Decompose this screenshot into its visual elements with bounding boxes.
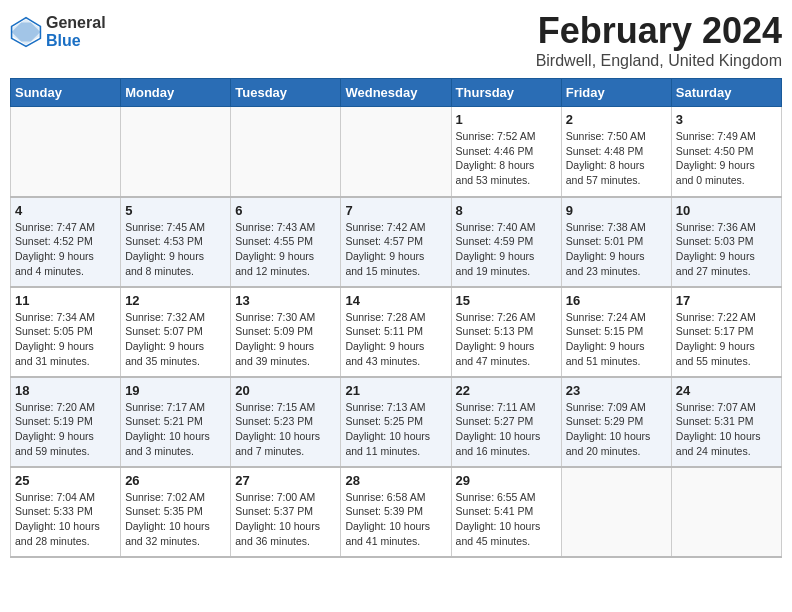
day-info: Sunrise: 7:24 AMSunset: 5:15 PMDaylight:…: [566, 310, 667, 369]
calendar-cell: 5Sunrise: 7:45 AMSunset: 4:53 PMDaylight…: [121, 197, 231, 287]
day-number: 4: [15, 203, 116, 218]
day-info: Sunrise: 6:58 AMSunset: 5:39 PMDaylight:…: [345, 490, 446, 549]
day-info: Sunrise: 7:00 AMSunset: 5:37 PMDaylight:…: [235, 490, 336, 549]
day-info: Sunrise: 7:26 AMSunset: 5:13 PMDaylight:…: [456, 310, 557, 369]
week-row-5: 25Sunrise: 7:04 AMSunset: 5:33 PMDayligh…: [11, 467, 782, 557]
header-day-friday: Friday: [561, 79, 671, 107]
day-number: 16: [566, 293, 667, 308]
calendar-cell: [11, 107, 121, 197]
day-number: 19: [125, 383, 226, 398]
day-info: Sunrise: 7:20 AMSunset: 5:19 PMDaylight:…: [15, 400, 116, 459]
calendar-cell: 22Sunrise: 7:11 AMSunset: 5:27 PMDayligh…: [451, 377, 561, 467]
calendar-body: 1Sunrise: 7:52 AMSunset: 4:46 PMDaylight…: [11, 107, 782, 557]
day-info: Sunrise: 7:07 AMSunset: 5:31 PMDaylight:…: [676, 400, 777, 459]
day-info: Sunrise: 7:50 AMSunset: 4:48 PMDaylight:…: [566, 129, 667, 188]
day-number: 21: [345, 383, 446, 398]
calendar-cell: 14Sunrise: 7:28 AMSunset: 5:11 PMDayligh…: [341, 287, 451, 377]
header-day-saturday: Saturday: [671, 79, 781, 107]
day-number: 1: [456, 112, 557, 127]
day-number: 11: [15, 293, 116, 308]
logo-text: General Blue: [46, 14, 106, 49]
calendar-cell: 21Sunrise: 7:13 AMSunset: 5:25 PMDayligh…: [341, 377, 451, 467]
calendar-cell: 12Sunrise: 7:32 AMSunset: 5:07 PMDayligh…: [121, 287, 231, 377]
week-row-2: 4Sunrise: 7:47 AMSunset: 4:52 PMDaylight…: [11, 197, 782, 287]
calendar-cell: 16Sunrise: 7:24 AMSunset: 5:15 PMDayligh…: [561, 287, 671, 377]
day-info: Sunrise: 7:13 AMSunset: 5:25 PMDaylight:…: [345, 400, 446, 459]
day-info: Sunrise: 7:52 AMSunset: 4:46 PMDaylight:…: [456, 129, 557, 188]
day-info: Sunrise: 7:38 AMSunset: 5:01 PMDaylight:…: [566, 220, 667, 279]
calendar-cell: [561, 467, 671, 557]
calendar-cell: 15Sunrise: 7:26 AMSunset: 5:13 PMDayligh…: [451, 287, 561, 377]
day-number: 7: [345, 203, 446, 218]
calendar-cell: [341, 107, 451, 197]
day-info: Sunrise: 7:30 AMSunset: 5:09 PMDaylight:…: [235, 310, 336, 369]
calendar-cell: 11Sunrise: 7:34 AMSunset: 5:05 PMDayligh…: [11, 287, 121, 377]
calendar-cell: 3Sunrise: 7:49 AMSunset: 4:50 PMDaylight…: [671, 107, 781, 197]
day-number: 8: [456, 203, 557, 218]
day-number: 17: [676, 293, 777, 308]
calendar-cell: 18Sunrise: 7:20 AMSunset: 5:19 PMDayligh…: [11, 377, 121, 467]
day-info: Sunrise: 7:47 AMSunset: 4:52 PMDaylight:…: [15, 220, 116, 279]
calendar-cell: 9Sunrise: 7:38 AMSunset: 5:01 PMDaylight…: [561, 197, 671, 287]
day-info: Sunrise: 7:32 AMSunset: 5:07 PMDaylight:…: [125, 310, 226, 369]
day-info: Sunrise: 7:15 AMSunset: 5:23 PMDaylight:…: [235, 400, 336, 459]
subtitle: Birdwell, England, United Kingdom: [536, 52, 782, 70]
day-info: Sunrise: 7:34 AMSunset: 5:05 PMDaylight:…: [15, 310, 116, 369]
day-number: 5: [125, 203, 226, 218]
day-number: 3: [676, 112, 777, 127]
day-info: Sunrise: 7:02 AMSunset: 5:35 PMDaylight:…: [125, 490, 226, 549]
calendar-cell: [121, 107, 231, 197]
day-number: 25: [15, 473, 116, 488]
calendar-cell: [671, 467, 781, 557]
week-row-3: 11Sunrise: 7:34 AMSunset: 5:05 PMDayligh…: [11, 287, 782, 377]
day-info: Sunrise: 7:11 AMSunset: 5:27 PMDaylight:…: [456, 400, 557, 459]
svg-marker-2: [12, 22, 41, 41]
header-row: SundayMondayTuesdayWednesdayThursdayFrid…: [11, 79, 782, 107]
calendar-cell: 29Sunrise: 6:55 AMSunset: 5:41 PMDayligh…: [451, 467, 561, 557]
calendar-cell: 28Sunrise: 6:58 AMSunset: 5:39 PMDayligh…: [341, 467, 451, 557]
header-day-thursday: Thursday: [451, 79, 561, 107]
calendar-cell: 8Sunrise: 7:40 AMSunset: 4:59 PMDaylight…: [451, 197, 561, 287]
day-info: Sunrise: 7:42 AMSunset: 4:57 PMDaylight:…: [345, 220, 446, 279]
logo-icon: [10, 16, 42, 48]
header-day-sunday: Sunday: [11, 79, 121, 107]
calendar-cell: 13Sunrise: 7:30 AMSunset: 5:09 PMDayligh…: [231, 287, 341, 377]
day-number: 28: [345, 473, 446, 488]
calendar-cell: 24Sunrise: 7:07 AMSunset: 5:31 PMDayligh…: [671, 377, 781, 467]
day-number: 18: [15, 383, 116, 398]
calendar-header: SundayMondayTuesdayWednesdayThursdayFrid…: [11, 79, 782, 107]
calendar-cell: 17Sunrise: 7:22 AMSunset: 5:17 PMDayligh…: [671, 287, 781, 377]
day-number: 13: [235, 293, 336, 308]
calendar-cell: 23Sunrise: 7:09 AMSunset: 5:29 PMDayligh…: [561, 377, 671, 467]
header: General Blue February 2024 Birdwell, Eng…: [10, 10, 782, 70]
header-day-wednesday: Wednesday: [341, 79, 451, 107]
calendar-cell: 2Sunrise: 7:50 AMSunset: 4:48 PMDaylight…: [561, 107, 671, 197]
day-info: Sunrise: 7:36 AMSunset: 5:03 PMDaylight:…: [676, 220, 777, 279]
calendar-cell: [231, 107, 341, 197]
logo: General Blue: [10, 10, 106, 49]
calendar-cell: 6Sunrise: 7:43 AMSunset: 4:55 PMDaylight…: [231, 197, 341, 287]
calendar-cell: 7Sunrise: 7:42 AMSunset: 4:57 PMDaylight…: [341, 197, 451, 287]
day-number: 22: [456, 383, 557, 398]
day-number: 24: [676, 383, 777, 398]
header-day-tuesday: Tuesday: [231, 79, 341, 107]
day-number: 6: [235, 203, 336, 218]
calendar-cell: 25Sunrise: 7:04 AMSunset: 5:33 PMDayligh…: [11, 467, 121, 557]
day-info: Sunrise: 7:43 AMSunset: 4:55 PMDaylight:…: [235, 220, 336, 279]
day-info: Sunrise: 7:04 AMSunset: 5:33 PMDaylight:…: [15, 490, 116, 549]
day-number: 26: [125, 473, 226, 488]
day-info: Sunrise: 7:28 AMSunset: 5:11 PMDaylight:…: [345, 310, 446, 369]
day-info: Sunrise: 6:55 AMSunset: 5:41 PMDaylight:…: [456, 490, 557, 549]
day-info: Sunrise: 7:09 AMSunset: 5:29 PMDaylight:…: [566, 400, 667, 459]
week-row-4: 18Sunrise: 7:20 AMSunset: 5:19 PMDayligh…: [11, 377, 782, 467]
day-number: 20: [235, 383, 336, 398]
day-number: 10: [676, 203, 777, 218]
calendar-cell: 1Sunrise: 7:52 AMSunset: 4:46 PMDaylight…: [451, 107, 561, 197]
calendar-cell: 4Sunrise: 7:47 AMSunset: 4:52 PMDaylight…: [11, 197, 121, 287]
calendar-cell: 20Sunrise: 7:15 AMSunset: 5:23 PMDayligh…: [231, 377, 341, 467]
week-row-1: 1Sunrise: 7:52 AMSunset: 4:46 PMDaylight…: [11, 107, 782, 197]
day-info: Sunrise: 7:45 AMSunset: 4:53 PMDaylight:…: [125, 220, 226, 279]
day-info: Sunrise: 7:40 AMSunset: 4:59 PMDaylight:…: [456, 220, 557, 279]
day-number: 2: [566, 112, 667, 127]
day-info: Sunrise: 7:22 AMSunset: 5:17 PMDaylight:…: [676, 310, 777, 369]
